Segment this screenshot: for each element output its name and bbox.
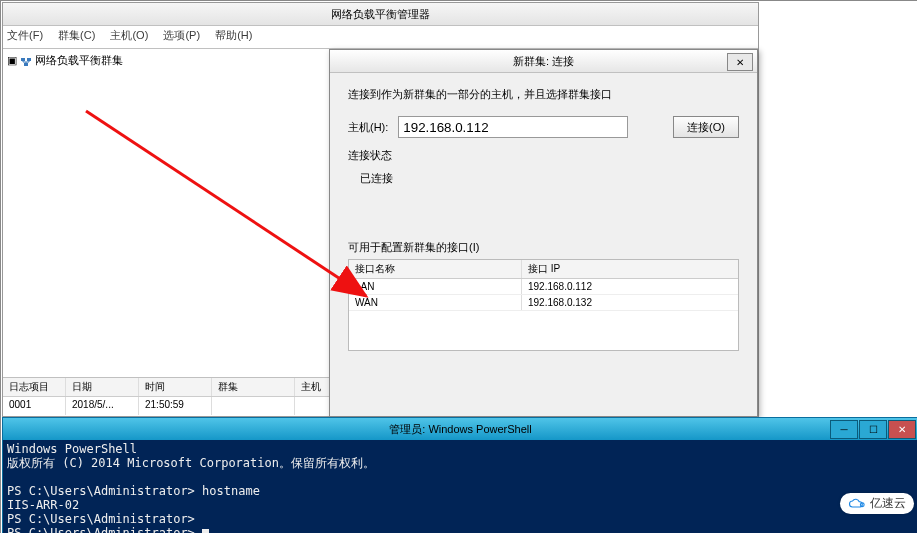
connect-button[interactable]: 连接(O) [673, 116, 739, 138]
dialog-body: 连接到作为新群集的一部分的主机，并且选择群集接口 主机(H): 连接(O) 连接… [330, 73, 757, 365]
expand-icon[interactable]: ▣ [7, 54, 17, 67]
dialog-title-text: 新群集: 连接 [513, 54, 574, 69]
status-label: 连接状态 [348, 148, 739, 163]
log-cell-item: 0001 [3, 397, 66, 415]
dialog-titlebar[interactable]: 新群集: 连接 ✕ [330, 50, 757, 73]
cell-ip: 192.168.0.132 [522, 295, 738, 310]
cloud-icon [848, 498, 866, 510]
screenshot-frame: { "nlb": { "title": "网络负载平衡管理器", "menu":… [0, 0, 917, 533]
table-row[interactable]: WAN 192.168.0.132 [349, 295, 738, 311]
col-interface-name[interactable]: 接口名称 [349, 260, 522, 278]
powershell-titlebar[interactable]: 管理员: Windows PowerShell ─ ☐ ✕ [3, 418, 917, 440]
host-label: 主机(H): [348, 120, 388, 135]
maximize-button[interactable]: ☐ [859, 420, 887, 439]
cell-name: WAN [349, 295, 522, 310]
status-value: 已连接 [348, 167, 739, 190]
window-controls: ─ ☐ ✕ [830, 420, 916, 439]
log-cell-cluster [212, 397, 295, 415]
log-cell-date: 2018/5/... [66, 397, 139, 415]
host-input[interactable] [398, 116, 628, 138]
watermark-text: 亿速云 [870, 495, 906, 512]
log-col-cluster[interactable]: 群集 [212, 378, 295, 396]
log-cell-time: 21:50:59 [139, 397, 212, 415]
new-cluster-dialog: 新群集: 连接 ✕ 连接到作为新群集的一部分的主机，并且选择群集接口 主机(H)… [329, 49, 758, 417]
table-row[interactable]: LAN 192.168.0.112 [349, 279, 738, 295]
svg-rect-2 [24, 63, 28, 66]
dialog-instruction: 连接到作为新群集的一部分的主机，并且选择群集接口 [348, 87, 739, 102]
maximize-icon: ☐ [869, 424, 878, 435]
close-button[interactable]: ✕ [727, 53, 753, 71]
minimize-icon: ─ [840, 424, 847, 435]
host-row: 主机(H): 连接(O) [348, 116, 739, 138]
powershell-window: 管理员: Windows PowerShell ─ ☐ ✕ Windows Po… [2, 417, 917, 533]
grid-header: 接口名称 接口 IP [349, 260, 738, 279]
tree-root-label: 网络负载平衡群集 [35, 53, 123, 68]
terminal-cursor [202, 529, 209, 533]
close-icon: ✕ [898, 424, 906, 435]
log-col-item[interactable]: 日志项目 [3, 378, 66, 396]
available-interfaces-label: 可用于配置新群集的接口(I) [348, 240, 739, 255]
ps-line: 版权所有 (C) 2014 Microsoft Corporation。保留所有… [7, 456, 375, 470]
svg-rect-1 [27, 58, 31, 61]
menu-cluster[interactable]: 群集(C) [58, 29, 95, 41]
tree-root-item[interactable]: ▣ 网络负载平衡群集 [7, 53, 327, 68]
menu-help[interactable]: 帮助(H) [215, 29, 252, 41]
cluster-tree[interactable]: ▣ 网络负载平衡群集 [3, 49, 332, 377]
log-col-date[interactable]: 日期 [66, 378, 139, 396]
ps-line: PS C:\Users\Administrator> [7, 512, 195, 526]
nlb-title: 网络负载平衡管理器 [3, 3, 758, 26]
log-col-time[interactable]: 时间 [139, 378, 212, 396]
svg-rect-0 [21, 58, 25, 61]
powershell-title-text: 管理员: Windows PowerShell [389, 422, 531, 437]
nlb-menu-bar: 文件(F) 群集(C) 主机(O) 选项(P) 帮助(H) [3, 26, 758, 49]
cell-name: LAN [349, 279, 522, 294]
cluster-icon [20, 55, 32, 67]
ps-line: IIS-ARR-02 [7, 498, 79, 512]
ps-line: Windows PowerShell [7, 442, 137, 456]
col-interface-ip[interactable]: 接口 IP [522, 260, 738, 278]
close-icon: ✕ [736, 57, 744, 68]
menu-options[interactable]: 选项(P) [163, 29, 200, 41]
cell-ip: 192.168.0.112 [522, 279, 738, 294]
ps-line: PS C:\Users\Administrator> [7, 526, 202, 533]
menu-host[interactable]: 主机(O) [110, 29, 148, 41]
watermark: 亿速云 [840, 493, 914, 514]
interfaces-grid[interactable]: 接口名称 接口 IP LAN 192.168.0.112 WAN 192.168… [348, 259, 739, 351]
minimize-button[interactable]: ─ [830, 420, 858, 439]
menu-file[interactable]: 文件(F) [7, 29, 43, 41]
close-button[interactable]: ✕ [888, 420, 916, 439]
ps-line: PS C:\Users\Administrator> hostname [7, 484, 260, 498]
powershell-terminal[interactable]: Windows PowerShell 版权所有 (C) 2014 Microso… [3, 440, 917, 533]
